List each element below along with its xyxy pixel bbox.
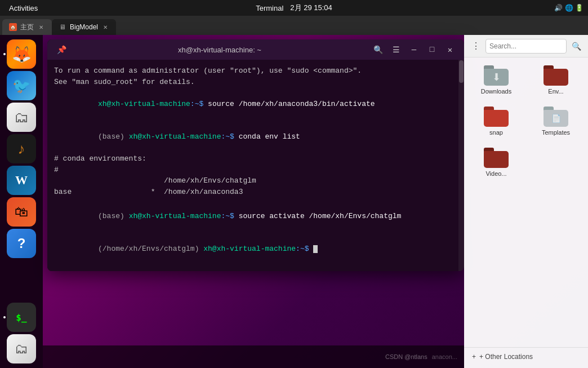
fm-content: ⬇ Downloads Env...: [464, 57, 588, 347]
term-line-7: /home/xh/Envs/chatglm: [54, 175, 457, 187]
appstore-icon: 🛍: [15, 204, 28, 220]
fm-label-templates: Templates: [542, 129, 570, 136]
fm-item-downloads[interactable]: ⬇ Downloads: [469, 62, 524, 99]
other-locations-icon: +: [472, 353, 476, 361]
terminal-controls: 🔍 ☰ — □ ✕: [371, 42, 457, 57]
close-button[interactable]: ✕: [443, 42, 457, 57]
dock-item-terminal[interactable]: $_: [7, 303, 36, 332]
term-user-4: xh@xh-virtual-machine: [203, 245, 296, 253]
term-user-1: xh@xh-virtual-machine: [98, 100, 190, 108]
term-cmd-2: conda env list: [234, 132, 300, 141]
desktop-bottom-bar: CSDN @ntlans anacon...: [43, 345, 464, 368]
cursor: [313, 245, 318, 253]
scrollbar-track[interactable]: [458, 60, 464, 271]
term-line-5: # conda environments:: [54, 153, 457, 165]
pin-icon: 📌: [54, 42, 69, 57]
search-button[interactable]: 🔍: [371, 42, 385, 57]
browser-tabs-bar: 🏠 主页 ✕ 🖥 BigModel ✕: [0, 16, 588, 35]
dock-item-music[interactable]: ♪: [7, 134, 36, 163]
terminal-body: To run a command as administrator (user …: [47, 60, 464, 271]
fm-other-locations[interactable]: + + Other Locations: [469, 350, 583, 363]
fm-folder-snap: [484, 107, 509, 127]
fm-search-input[interactable]: [489, 42, 563, 50]
activities-button[interactable]: Activities: [5, 0, 42, 16]
bottom-text: anacon...: [432, 353, 457, 360]
term-line-8: base * /home/xh/anaconda3: [54, 187, 457, 198]
fm-search-button[interactable]: 🔍: [569, 39, 583, 54]
fm-item-templates[interactable]: 📄 Templates: [528, 103, 583, 140]
dock-item-firefox[interactable]: 🦊: [7, 39, 36, 69]
fm-item-video[interactable]: Video...: [469, 144, 524, 181]
fm-sidebar: + + Other Locations: [464, 347, 588, 368]
minimize-button[interactable]: —: [407, 42, 421, 57]
fm-item-env[interactable]: Env...: [528, 62, 583, 99]
term-line-2: See "man sudo_root" for details.: [54, 77, 457, 88]
desktop: 📌 xh@xh-virtual-machine: ~ 🔍 ☰ — □ ✕ To …: [43, 35, 588, 368]
terminal-window: 📌 xh@xh-virtual-machine: ~ 🔍 ☰ — □ ✕ To …: [47, 39, 464, 271]
fm-label-env: Env...: [548, 88, 563, 95]
watermark: CSDN @ntlans: [385, 353, 427, 360]
fm-folder-downloads: ⬇: [484, 65, 509, 86]
thunderbird-icon: 🐦: [12, 77, 30, 95]
fm-item-snap[interactable]: snap: [469, 103, 524, 140]
tab-home-close[interactable]: ✕: [37, 23, 45, 31]
fm-label-snap: snap: [489, 129, 503, 136]
term-line-1: To run a command as administrator (user …: [54, 65, 457, 77]
top-bar-right: 🔊 🌐 🔋: [554, 4, 583, 12]
terminal-dock-icon: $_: [16, 312, 26, 323]
fm-label-video: Video...: [485, 170, 506, 178]
firefox-icon: 🦊: [12, 45, 32, 64]
files2-icon: 🗂: [15, 341, 28, 357]
top-bar-center: Terminal 2月 29 15:04: [256, 3, 332, 13]
term-line-6: #: [54, 165, 457, 176]
dock-item-appstore[interactable]: 🛍: [7, 197, 36, 227]
other-locations-label: + Other Locations: [479, 353, 533, 361]
dock-item-files[interactable]: 🗂: [7, 103, 36, 132]
files-icon: 🗂: [14, 109, 29, 126]
term-line-4: (base) xh@xh-virtual-machine:~$ conda en…: [54, 121, 457, 154]
fm-folder-env: [544, 65, 568, 86]
file-manager-header: ⋮ 🔍: [464, 35, 588, 57]
menu-button[interactable]: ☰: [389, 42, 403, 57]
datetime: 2月 29 15:04: [290, 3, 332, 13]
term-user-3: xh@xh-virtual-machine: [129, 212, 221, 220]
terminal-titlebar[interactable]: 📌 xh@xh-virtual-machine: ~ 🔍 ☰ — □ ✕: [47, 39, 464, 60]
tab-home[interactable]: 🏠 主页 ✕: [2, 19, 52, 35]
top-bar: Activities Terminal 2月 29 15:04 🔊 🌐 🔋: [0, 0, 588, 16]
dock-item-help[interactable]: ?: [7, 229, 36, 258]
fm-folder-video: [484, 148, 509, 168]
fm-menu-button[interactable]: ⋮: [469, 39, 483, 54]
music-icon: ♪: [18, 140, 25, 158]
term-line-3: xh@xh-virtual-machine:~$ source /home/xh…: [54, 87, 457, 121]
scrollbar-thumb[interactable]: [459, 60, 464, 83]
term-line-10: (base) xh@xh-virtual-machine:~$ source a…: [54, 199, 457, 233]
term-line-11: (/home/xh/Envs/chatglm) xh@xh-virtual-ma…: [54, 233, 457, 266]
main-content: 🦊 🐦 🗂 ♪ W 🛍 ? $_ 🗂: [0, 35, 588, 368]
maximize-button[interactable]: □: [425, 42, 439, 57]
tab-bigmodel-favicon: 🖥: [59, 23, 66, 31]
fm-search-bar[interactable]: [485, 39, 567, 54]
tab-home-favicon: 🏠: [9, 23, 17, 31]
terminal-app-label: Terminal: [256, 4, 283, 12]
dock: 🦊 🐦 🗂 ♪ W 🛍 ? $_ 🗂: [0, 35, 43, 368]
dock-item-files2[interactable]: 🗂: [7, 334, 36, 363]
tab-bigmodel[interactable]: 🖥 BigModel ✕: [52, 19, 116, 35]
file-manager: ⋮ 🔍 ⬇ Downloads: [464, 35, 588, 368]
writer-icon: W: [15, 173, 28, 188]
tab-bigmodel-close[interactable]: ✕: [101, 23, 109, 31]
tab-bigmodel-label: BigModel: [70, 23, 98, 31]
help-icon: ?: [17, 236, 26, 251]
dock-item-writer[interactable]: W: [7, 166, 36, 195]
term-user-2: xh@xh-virtual-machine: [129, 132, 221, 141]
dock-item-thunderbird[interactable]: 🐦: [7, 71, 36, 100]
terminal-window-title: xh@xh-virtual-machine: ~: [73, 46, 366, 54]
term-cmd-1: source /home/xh/anaconda3/bin/activate: [203, 100, 375, 108]
tab-home-label: 主页: [20, 23, 34, 32]
system-icons: 🔊 🌐 🔋: [554, 4, 583, 12]
fm-folder-templates: 📄: [544, 107, 568, 127]
fm-label-downloads: Downloads: [481, 88, 511, 95]
term-cmd-3: source activate /home/xh/Envs/chatglm: [234, 212, 401, 220]
